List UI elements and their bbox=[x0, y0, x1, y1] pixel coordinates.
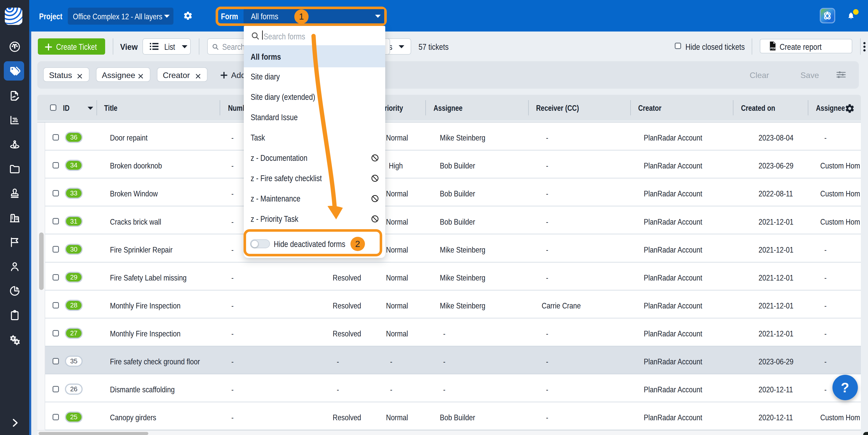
svg-text:PDF: PDF bbox=[770, 47, 776, 50]
